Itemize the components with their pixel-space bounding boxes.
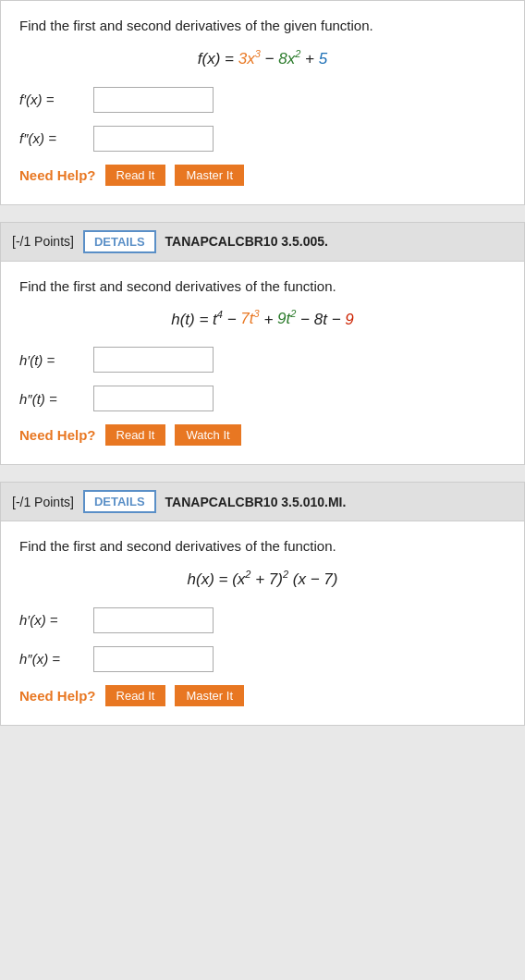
problem-header-2: [-/1 Points] DETAILS TANAPCALCBR10 3.5.0… bbox=[1, 223, 524, 262]
formula-3: h(x) = (x2 + 7)2 (x − 7) bbox=[19, 569, 506, 589]
watch-it-button-2[interactable]: Watch It bbox=[175, 424, 240, 446]
label-h2: h″(t) = bbox=[19, 391, 93, 407]
problem-body-2: Find the first and second derivatives of… bbox=[1, 262, 524, 465]
formula-2: h(t) = t4 − 7t3 + 9t2 − 8t − 9 bbox=[19, 309, 506, 329]
details-button-2[interactable]: DETAILS bbox=[83, 230, 156, 253]
master-it-button-3[interactable]: Master It bbox=[175, 685, 244, 706]
answer-input-h2[interactable] bbox=[93, 386, 214, 411]
input-row-h2: h″(t) = bbox=[19, 386, 506, 411]
points-label-3: [-/1 Points] bbox=[12, 495, 74, 509]
problem-id-3: TANAPCALCBR10 3.5.010.MI. bbox=[165, 495, 347, 509]
answer-input-hx1[interactable] bbox=[93, 607, 214, 633]
read-it-button-1[interactable]: Read It bbox=[105, 165, 166, 186]
answer-input-f1[interactable] bbox=[93, 87, 214, 113]
answer-input-hx2[interactable] bbox=[93, 646, 214, 672]
answer-input-f2[interactable] bbox=[93, 126, 214, 152]
input-row-hx2: h″(x) = bbox=[19, 646, 506, 672]
input-row-h1: h′(t) = bbox=[19, 347, 506, 373]
label-h1: h′(t) = bbox=[19, 352, 93, 368]
problem-body-3: Find the first and second derivatives of… bbox=[1, 521, 524, 725]
instruction-3: Find the first and second derivatives of… bbox=[19, 538, 506, 554]
need-help-row-1: Need Help? Read It Master It bbox=[19, 165, 506, 186]
instruction-1: Find the first and second derivatives of… bbox=[19, 18, 506, 33]
label-f1: f′(x) = bbox=[19, 92, 93, 107]
formula-1: f(x) = 3x3 − 8x2 + 5 bbox=[19, 48, 506, 68]
details-button-3[interactable]: DETAILS bbox=[83, 490, 156, 513]
label-hx2: h″(x) = bbox=[19, 651, 93, 667]
label-hx1: h′(x) = bbox=[19, 612, 93, 628]
read-it-button-2[interactable]: Read It bbox=[105, 424, 166, 446]
points-label-2: [-/1 Points] bbox=[12, 234, 74, 249]
need-help-label-3: Need Help? bbox=[19, 688, 96, 704]
input-row-f1: f′(x) = bbox=[19, 87, 506, 113]
answer-input-h1[interactable] bbox=[93, 347, 214, 373]
problem-card-1: Find the first and second derivatives of… bbox=[0, 0, 525, 205]
problem-card-2: [-/1 Points] DETAILS TANAPCALCBR10 3.5.0… bbox=[0, 222, 525, 466]
problem-card-3: [-/1 Points] DETAILS TANAPCALCBR10 3.5.0… bbox=[0, 482, 525, 726]
master-it-button-1[interactable]: Master It bbox=[175, 165, 244, 186]
read-it-button-3[interactable]: Read It bbox=[105, 685, 166, 706]
label-f2: f″(x) = bbox=[19, 130, 93, 146]
input-row-f2: f″(x) = bbox=[19, 126, 506, 152]
need-help-label-2: Need Help? bbox=[19, 427, 96, 443]
need-help-row-2: Need Help? Read It Watch It bbox=[19, 424, 506, 446]
input-row-hx1: h′(x) = bbox=[19, 607, 506, 633]
need-help-row-3: Need Help? Read It Master It bbox=[19, 685, 506, 706]
need-help-label-1: Need Help? bbox=[19, 167, 96, 183]
problem-id-2: TANAPCALCBR10 3.5.005. bbox=[165, 234, 328, 249]
instruction-2: Find the first and second derivatives of… bbox=[19, 278, 506, 294]
problem-header-3: [-/1 Points] DETAILS TANAPCALCBR10 3.5.0… bbox=[1, 483, 524, 521]
